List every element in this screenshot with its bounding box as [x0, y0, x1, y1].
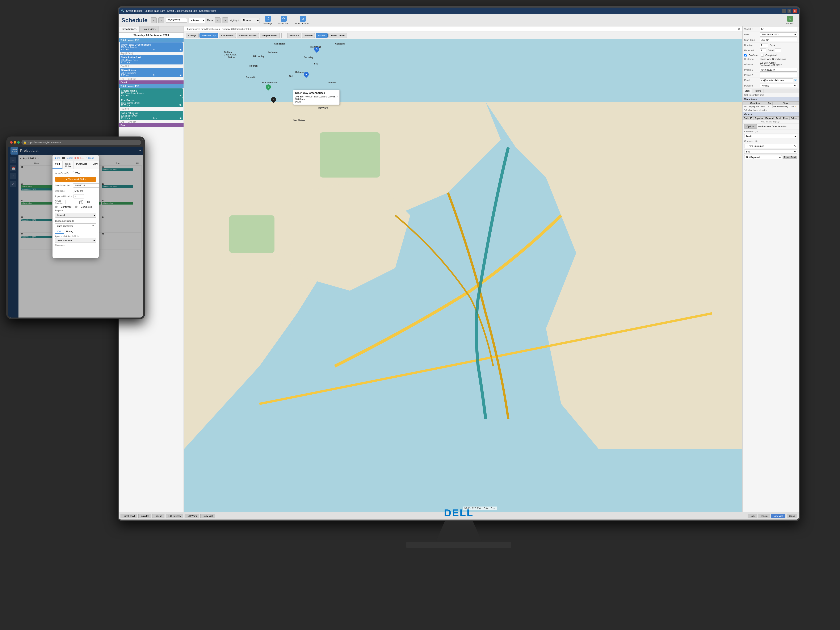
export-select[interactable]: Not Exported [744, 155, 782, 159]
all-installers-btn[interactable]: All Installers [219, 33, 236, 38]
dot-green[interactable] [17, 141, 20, 144]
close-app-btn[interactable]: Close [787, 514, 797, 518]
view-work-order-btn[interactable]: ► View Work Order [55, 177, 96, 182]
more-options-button[interactable]: ⚙ More Options... [293, 15, 313, 25]
tab-sales-visits[interactable]: Sales Visits [140, 27, 159, 32]
actual-input[interactable] [775, 49, 781, 52]
selected-installer-btn[interactable]: Selected Installer [237, 33, 259, 38]
nav-back-double[interactable]: « [151, 17, 157, 23]
auto-dropdown[interactable]: <Auto> [189, 18, 205, 23]
nav-forward[interactable]: › [215, 17, 221, 23]
modal-tab-diary[interactable]: Diary [90, 161, 99, 169]
map-container[interactable]: San Rafael Richmond Concord Danville San… [184, 39, 742, 512]
visit-picking-tabs: Visit Picking [742, 88, 799, 93]
info-select[interactable]: Info [744, 150, 797, 154]
holidays-button[interactable]: 🏖 Holidays [261, 15, 275, 25]
print-for-all-btn[interactable]: Print For All [120, 514, 137, 518]
phone2-input[interactable] [760, 73, 797, 77]
back-btn[interactable]: Back [748, 514, 757, 518]
modal-exp-dur-input[interactable] [74, 194, 84, 199]
all-days-btn[interactable]: All Days [186, 33, 199, 38]
dot-red[interactable] [10, 141, 13, 144]
nav-back[interactable]: ‹ [158, 17, 164, 23]
map-close-btn[interactable]: ✕ [738, 27, 741, 31]
new-visit-btn[interactable]: New Visit [771, 514, 785, 518]
modal-tab-purchases[interactable]: Purchases [74, 161, 90, 169]
end-time-2: End 2:45 pm [119, 120, 183, 123]
picking-btn[interactable]: Picking [152, 514, 164, 518]
visit-john-ellington[interactable]: John Ellington 1152 Balboa Way 11:00 am4… [120, 111, 183, 120]
nav-forward-double[interactable]: » [222, 17, 228, 23]
single-installer-btn[interactable]: Single Installer [260, 33, 279, 38]
rp-tab-picking[interactable]: Picking [752, 88, 764, 93]
show-map-button[interactable]: 🗺 Show Map [276, 15, 291, 25]
routes-btn[interactable]: Routes [316, 33, 328, 38]
visit-clearly-glass[interactable]: Clearly Glass 727 Santa Clara Avenue 8:0… [120, 88, 183, 98]
modal-info-btn[interactable]: ℹ Info [55, 157, 60, 159]
satellite-btn[interactable]: Satellite [302, 33, 315, 38]
start-time-input[interactable] [760, 38, 797, 42]
expected-input[interactable] [760, 49, 766, 52]
email-input[interactable] [760, 78, 793, 82]
recentre-btn[interactable]: Recentre [287, 33, 302, 38]
modal-link-visit[interactable]: Visit [55, 229, 64, 234]
installer-select[interactable]: David [744, 134, 797, 138]
modal-actual-dur-input[interactable] [66, 200, 76, 204]
browser-address-bar[interactable]: 🔒 https://www.smartglaizer.com.au [21, 140, 141, 145]
visit-trula[interactable]: Trula Rutherford 2824 Rivera Drive 11:30… [120, 55, 183, 65]
phone1-input[interactable] [760, 68, 797, 72]
travel-details-btn[interactable]: Travel Details [328, 33, 347, 38]
modal-tab-work-order[interactable]: Work Order [63, 161, 74, 169]
comments-textarea[interactable] [55, 247, 96, 255]
from-customer-select[interactable]: <From Customer> [744, 144, 797, 148]
days-label: Days [207, 19, 213, 22]
highlight-select[interactable]: Normal [241, 18, 260, 23]
modal-overlay[interactable]: ℹ Info ⬛ Report 🗑 Delete ✕ Close Visit W… [8, 147, 143, 317]
completed-checkbox[interactable] [761, 54, 764, 57]
modal-date-input[interactable] [73, 183, 99, 188]
installer-btn[interactable]: Installer [138, 514, 151, 518]
modal-purpose-select[interactable]: Normal [55, 213, 96, 218]
orders-table: Order ID Supplier Expectd Rcvd Read Deli… [742, 117, 799, 123]
rp-tab-visit[interactable]: Visit [742, 88, 752, 93]
visit-glaze[interactable]: Glaze it Now 998 Peralta Ave 1:30 pm2h▣ [120, 68, 183, 77]
modal-start-input[interactable] [73, 189, 99, 193]
edit-work-btn[interactable]: Edit Work [185, 514, 199, 518]
refresh-button[interactable]: ↻ Refresh [784, 15, 796, 25]
maximize-button[interactable]: □ [788, 9, 791, 13]
date-select[interactable]: Thu, 28/09/2023 [760, 32, 797, 36]
visit-eric-burns[interactable]: Eric Burns 1626 Truman Street 10:00 am1h [120, 98, 183, 107]
modal-tab-visit[interactable]: Visit [52, 161, 63, 169]
minimize-button[interactable]: – [782, 9, 786, 13]
main-content: Installations Sales Visits Thursday, 28 … [119, 27, 799, 512]
edit-delivery-btn[interactable]: Edit Delivery [166, 514, 183, 518]
copy-visit-btn[interactable]: Copy Visit [201, 514, 215, 518]
confirmed-label: Confirmed [748, 54, 759, 57]
append-select[interactable]: Select a value... [55, 238, 96, 243]
modal-day-total-input[interactable] [86, 200, 96, 204]
edit-customer-icon[interactable]: ✏ [92, 224, 94, 227]
work-item-row[interactable]: Job - Supply and Deliv 2 MEASURE & QUOTE… [743, 105, 799, 108]
selected-day-btn[interactable]: Selected Day [199, 33, 218, 38]
modal-link-picking[interactable]: Picking [64, 229, 75, 234]
phone2-row: Phone 2 [742, 73, 799, 78]
purpose-select[interactable]: Normal [760, 84, 797, 88]
duration-input[interactable] [760, 43, 768, 47]
modal-close-btn[interactable]: ✕ Close [85, 157, 94, 159]
modal-wo-id-input[interactable] [73, 171, 99, 175]
tab-installations[interactable]: Installations [119, 27, 140, 32]
work-id-input[interactable] [760, 27, 797, 31]
options-btn[interactable]: Options [744, 124, 757, 129]
modal-report-btn[interactable]: ⬛ Report [62, 157, 73, 159]
modal-delete-btn[interactable]: 🗑 Delete [74, 157, 84, 159]
visit-modal: ℹ Info ⬛ Report 🗑 Delete ✕ Close Visit W… [52, 155, 99, 258]
day-label: Day 4 [770, 44, 775, 46]
date-input[interactable] [166, 18, 187, 23]
delete-btn[interactable]: Delete [758, 514, 770, 518]
work-item-sta-cell: 2 [767, 105, 772, 108]
dot-yellow[interactable] [14, 141, 16, 144]
export-to-all-btn[interactable]: Export To All [783, 156, 797, 159]
close-button[interactable]: ✕ [793, 9, 797, 13]
visit-green-way[interactable]: Green Way Greenhouses 208 Best Avenue 8:… [120, 43, 183, 52]
confirmed-checkbox[interactable] [744, 54, 747, 57]
